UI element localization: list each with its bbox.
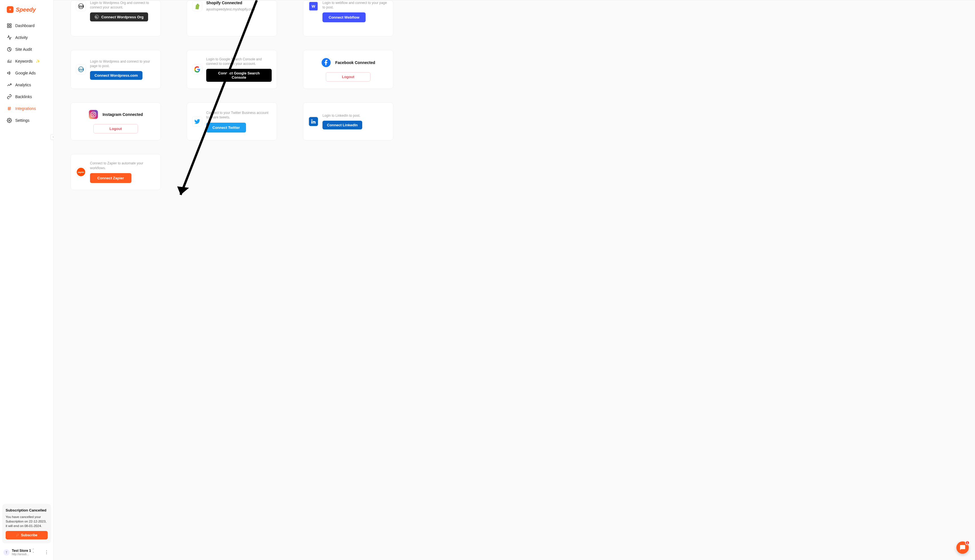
card-webflow: w Login to webflow and connect to your p…: [303, 0, 393, 37]
connect-linkedin-button[interactable]: Connect LinkedIn: [322, 121, 362, 130]
instagram-icon: [88, 109, 99, 120]
svg-point-19: [95, 113, 95, 113]
connect-gsc-button[interactable]: Connect Google Search Console: [206, 69, 272, 82]
card-facebook: Facebook Connected Logout: [303, 50, 393, 89]
card-sub: ayushspeedytest.myshopify.com: [206, 7, 272, 11]
sparkle-icon: ✨: [36, 59, 40, 63]
button-label: Connect Twitter: [212, 125, 240, 130]
nav-label: Backlinks: [15, 95, 32, 99]
nav-analytics[interactable]: Analytics: [0, 79, 53, 91]
button-label: Connect Wordpress Org: [101, 15, 144, 19]
card-desc: Login to Wordpress and connect to your p…: [90, 59, 155, 68]
nav-activity[interactable]: Activity: [0, 32, 53, 43]
wordpress-org-icon: [76, 1, 86, 11]
analytics-icon: [7, 82, 12, 87]
button-label: Logout: [342, 75, 354, 79]
sidebar: Speedy Dashboard Activity Site Audit Key…: [0, 0, 53, 560]
nav-label: Settings: [15, 118, 30, 123]
activity-icon: [7, 35, 12, 40]
svg-rect-3: [10, 26, 11, 28]
card-shopify: Shopify Connected ayushspeedytest.myshop…: [187, 0, 277, 37]
svg-rect-17: [91, 112, 96, 117]
subscription-title: Subscription Cancelled: [6, 508, 48, 513]
facebook-logout-button[interactable]: Logout: [326, 72, 371, 82]
svg-line-11: [8, 107, 9, 110]
keywords-icon: [7, 58, 12, 64]
hash-icon: [7, 106, 12, 111]
card-title: Shopify Connected: [206, 0, 272, 5]
connect-webflow-button[interactable]: Connect Webflow: [322, 12, 366, 22]
webflow-icon: w: [308, 1, 319, 11]
subscription-card: Subscription Cancelled You have cancelle…: [2, 504, 51, 543]
link-icon: [7, 94, 12, 99]
svg-point-13: [9, 120, 10, 121]
chat-button[interactable]: 1: [957, 542, 969, 554]
wordpress-com-icon: [76, 64, 86, 75]
connect-zapier-button[interactable]: Connect Zapier: [90, 173, 132, 183]
nav-backlinks[interactable]: Backlinks: [0, 91, 53, 103]
nav-keywords[interactable]: Keywords ✨: [0, 55, 53, 67]
card-desc: Connect to Zapier to automate your workf…: [90, 161, 155, 170]
facebook-icon: [321, 58, 331, 68]
shopify-icon: [192, 1, 202, 11]
nav-label: Google Ads: [15, 71, 35, 75]
svg-rect-2: [7, 26, 9, 28]
button-label: Connect Webflow: [329, 15, 359, 20]
logo-mark-icon: [7, 6, 13, 13]
megaphone-icon: [7, 70, 12, 75]
subscribe-label: Subscribe: [21, 533, 37, 537]
subscribe-button[interactable]: Subscribe: [6, 531, 48, 539]
connect-twitter-button[interactable]: Connect Twitter: [206, 123, 246, 133]
card-twitter: Connect to your Twitter Business account…: [187, 102, 277, 140]
button-label: Connect LinkedIn: [327, 123, 358, 127]
svg-rect-0: [7, 24, 9, 25]
card-desc: Login to Google Search Console and conne…: [206, 57, 272, 66]
connect-wordpress-com-button[interactable]: Connect Wordpress.com: [90, 71, 142, 80]
nav: Dashboard Activity Site Audit Keywords ✨…: [0, 17, 53, 128]
button-label: Connect Wordpress.com: [95, 73, 138, 78]
connect-wordpress-org-button[interactable]: Connect Wordpress Org: [90, 12, 148, 22]
site-audit-icon: [7, 47, 12, 52]
logo[interactable]: Speedy: [0, 0, 53, 17]
chevron-up-down-icon: ⌃⌄: [32, 549, 34, 553]
card-wordpress-org: Login to Wordpress Org and connect to co…: [70, 0, 161, 37]
svg-rect-1: [10, 24, 11, 25]
card-desc: Connect to your Twitter Business account…: [206, 110, 272, 120]
nav-label: Site Audit: [15, 47, 32, 52]
nav-label: Activity: [15, 35, 28, 40]
nav-google-ads[interactable]: Google Ads: [0, 67, 53, 79]
brand-name: Speedy: [16, 7, 36, 13]
nav-settings[interactable]: Settings: [0, 115, 53, 126]
twitter-icon: [192, 117, 202, 127]
nav-label: Keywords: [15, 59, 32, 63]
instagram-logout-button[interactable]: Logout: [93, 124, 138, 133]
store-name: Test Store 1: [12, 549, 31, 553]
card-linkedin: Login to LinkedIn to post. Connect Linke…: [303, 102, 393, 140]
card-desc: Login to LinkedIn to post.: [322, 113, 388, 118]
button-label: Logout: [109, 127, 122, 131]
svg-point-18: [92, 113, 95, 116]
integrations-page: Login to Wordpress Org and connect to co…: [53, 0, 975, 560]
svg-line-12: [10, 107, 10, 110]
chat-badge: 1: [965, 540, 970, 545]
nav-integrations[interactable]: Integrations: [0, 103, 53, 115]
store-switcher[interactable]: T Test Store 1 ⌃⌄ http://ansub... ⋮: [0, 546, 53, 560]
nav-dashboard[interactable]: Dashboard: [0, 20, 53, 32]
gear-icon: [7, 118, 12, 123]
wordpress-icon: [95, 15, 99, 19]
card-desc: Login to Wordpress Org and connect to co…: [90, 0, 155, 10]
button-label: Connect Zapier: [97, 176, 124, 180]
card-zapier: zapier Connect to Zapier to automate you…: [70, 154, 161, 190]
card-desc: Login to webflow and connect to your pag…: [322, 0, 388, 10]
linkedin-icon: [308, 117, 319, 127]
wand-icon: [16, 533, 19, 537]
nav-site-audit[interactable]: Site Audit: [0, 43, 53, 55]
store-url: http://ansub...: [12, 553, 41, 556]
dashboard-icon: [7, 23, 12, 28]
card-title: Instagram Connected: [102, 112, 143, 117]
nav-label: Dashboard: [15, 23, 35, 28]
card-title: Facebook Connected: [335, 60, 375, 65]
store-menu-button[interactable]: ⋮: [43, 548, 50, 556]
nav-label: Analytics: [15, 83, 31, 87]
store-avatar: T: [3, 549, 10, 555]
